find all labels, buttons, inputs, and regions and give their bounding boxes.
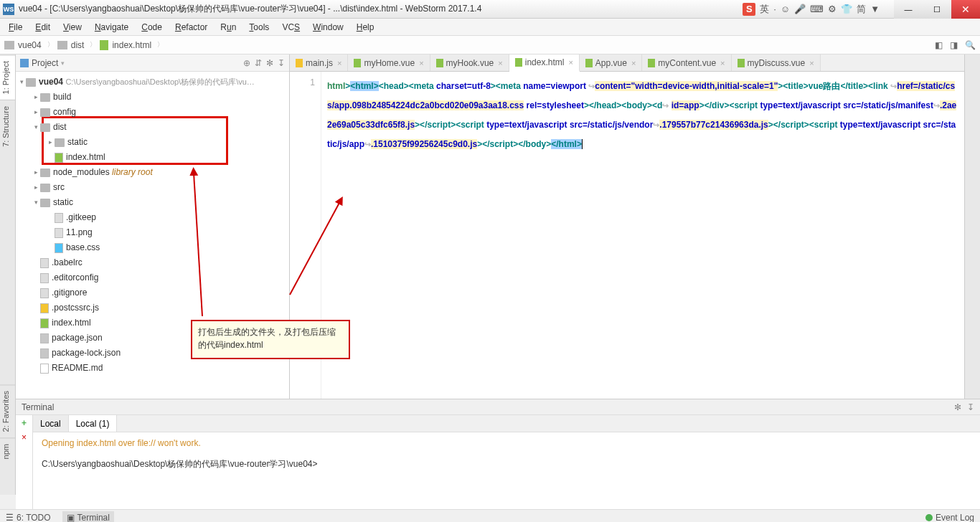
tree-item[interactable]: .gitkeep <box>17 210 288 225</box>
editor-tab[interactable]: myHome.vue× <box>348 54 430 71</box>
right-tool-tabs <box>964 54 980 399</box>
file-icon <box>40 303 49 313</box>
toolbar-right: ◧ ◨ 🔍 <box>935 40 976 50</box>
file-icon <box>40 318 49 328</box>
annotation-tooltip: 打包后生成的文件夹，及打包后压缩的代码index.html <box>191 320 350 359</box>
tab-npm[interactable]: npm <box>0 437 15 465</box>
breadcrumb-item[interactable]: vue04 <box>16 39 44 51</box>
expand-icon[interactable]: ◨ <box>950 40 958 50</box>
tree-item[interactable]: ▸node_modules library root <box>17 165 288 180</box>
tab-project[interactable]: 1: Project <box>0 54 15 100</box>
menu-window[interactable]: Window <box>307 21 349 34</box>
tree-item[interactable]: .editorconfig <box>17 270 288 285</box>
close-tab-icon[interactable]: × <box>809 59 814 67</box>
tree-item[interactable]: ▾static <box>17 195 288 210</box>
status-dot-icon <box>925 514 933 521</box>
code-editor[interactable]: 1 html><html><head><meta charset=utf-8><… <box>290 72 964 399</box>
search-icon[interactable]: 🔍 <box>965 40 976 50</box>
tree-item[interactable]: ▾dist <box>17 120 288 135</box>
bottom-tabs: ☰6: TODO ▣Terminal Event Log <box>0 509 980 522</box>
editor-area: main.js×myHome.vue×myHook.vue×index.html… <box>290 54 964 399</box>
project-panel-title: Project <box>32 58 58 68</box>
webstorm-icon: WS <box>3 4 14 15</box>
menu-view[interactable]: View <box>57 21 88 34</box>
file-icon <box>585 59 593 67</box>
close-tab-icon[interactable]: × <box>720 59 725 67</box>
terminal-tab[interactable]: Local (1) <box>69 415 118 432</box>
minimize-button[interactable]: — <box>894 0 923 19</box>
terminal-content[interactable]: Opening index.html over file:// won't wo… <box>33 432 980 509</box>
breadcrumb-item[interactable]: index.html <box>110 39 154 51</box>
menu-navigate[interactable]: Navigate <box>89 21 134 34</box>
menu-help[interactable]: Help <box>351 21 380 34</box>
menu-tools[interactable]: Tools <box>243 21 275 34</box>
menu-file[interactable]: File <box>3 21 28 34</box>
gear-icon[interactable]: ✻ <box>954 402 961 412</box>
add-terminal-button[interactable]: + <box>22 418 27 428</box>
tree-root[interactable]: ▾ vue04 C:\Users\yangbaoshuai\Desktop\杨保… <box>17 75 288 90</box>
folder-icon <box>40 184 50 192</box>
window-title: vue04 - [C:\Users\yangbaoshuai\Desktop\杨… <box>19 3 481 15</box>
file-icon <box>436 59 443 67</box>
tab-terminal[interactable]: ▣Terminal <box>62 511 114 523</box>
terminal-title: Terminal <box>22 402 54 412</box>
breadcrumb-bar: vue04〉 dist〉 index.html〉 ◧ ◨ 🔍 <box>0 36 980 54</box>
file-icon <box>40 273 49 283</box>
menu-code[interactable]: Code <box>136 21 168 34</box>
editor-tab[interactable]: myDiscuss.vue× <box>732 54 821 71</box>
file-icon <box>40 258 49 268</box>
maximize-button[interactable]: ☐ <box>923 0 951 19</box>
tree-item[interactable]: .babelrc <box>17 255 288 270</box>
close-terminal-button[interactable]: × <box>22 432 27 442</box>
editor-tab[interactable]: main.js× <box>290 54 348 71</box>
code-content[interactable]: html><html><head><meta charset=utf-8><me… <box>321 72 964 399</box>
tree-item[interactable]: ▸static <box>17 135 288 150</box>
tab-favorites[interactable]: 2: Favorites <box>0 384 15 437</box>
close-tab-icon[interactable]: × <box>337 59 341 67</box>
close-button[interactable]: ✕ <box>951 0 980 19</box>
left-tool-tabs-2: 2: Favorites npm <box>0 384 16 495</box>
folder-icon <box>55 138 65 147</box>
window-controls: — ☐ ✕ <box>894 0 980 19</box>
terminal-tab[interactable]: Local <box>33 415 69 432</box>
tree-item[interactable]: base.css <box>17 240 288 255</box>
close-tab-icon[interactable]: × <box>568 58 573 67</box>
tree-item[interactable]: .gitignore <box>17 285 288 300</box>
tree-item[interactable]: README.md <box>17 361 288 376</box>
breadcrumb-item[interactable]: dist <box>69 39 87 51</box>
editor-tab[interactable]: index.html× <box>509 54 580 72</box>
close-tab-icon[interactable]: × <box>631 59 636 67</box>
titlebar: WS vue04 - [C:\Users\yangbaoshuai\Deskto… <box>0 0 980 19</box>
menu-edit[interactable]: Edit <box>29 21 56 34</box>
editor-tab[interactable]: myContent.vue× <box>642 54 731 71</box>
folder-icon <box>4 41 14 49</box>
close-tab-icon[interactable]: × <box>498 59 502 67</box>
hide-icon[interactable]: ↧ <box>967 402 974 412</box>
file-icon <box>515 58 522 67</box>
tab-structure[interactable]: 7: Structure <box>0 100 15 153</box>
event-log-button[interactable]: Event Log <box>936 513 974 523</box>
hide-icon[interactable]: ↧ <box>278 58 285 68</box>
collapse-icon[interactable]: ⇵ <box>255 58 262 68</box>
menu-vcs[interactable]: VCS <box>276 21 306 34</box>
tree-item[interactable]: 11.png <box>17 225 288 240</box>
editor-tab[interactable]: App.vue× <box>580 54 642 71</box>
gear-icon[interactable]: ✻ <box>266 58 273 68</box>
terminal-panel: Terminal ✻ ↧ + × Local Local (1) Opening… <box>16 399 980 509</box>
editor-tab[interactable]: myHook.vue× <box>430 54 509 71</box>
tree-item[interactable]: index.html <box>17 150 288 165</box>
menu-refactor[interactable]: Refactor <box>169 21 213 34</box>
file-icon <box>55 153 63 163</box>
close-tab-icon[interactable]: × <box>419 59 423 67</box>
tree-item[interactable]: .postcssrc.js <box>17 300 288 315</box>
tree-item[interactable]: ▸config <box>17 105 288 120</box>
locate-icon[interactable]: ⊕ <box>243 58 250 68</box>
tree-item[interactable]: ▸src <box>17 180 288 195</box>
sogou-icon[interactable]: S <box>743 3 755 16</box>
folder-icon <box>57 41 67 49</box>
tab-todo[interactable]: ☰6: TODO <box>6 513 51 523</box>
menu-run[interactable]: Run <box>215 21 242 34</box>
collapse-icon[interactable]: ◧ <box>935 40 943 50</box>
tree-item[interactable]: ▸build <box>17 90 288 105</box>
file-icon <box>40 364 49 374</box>
